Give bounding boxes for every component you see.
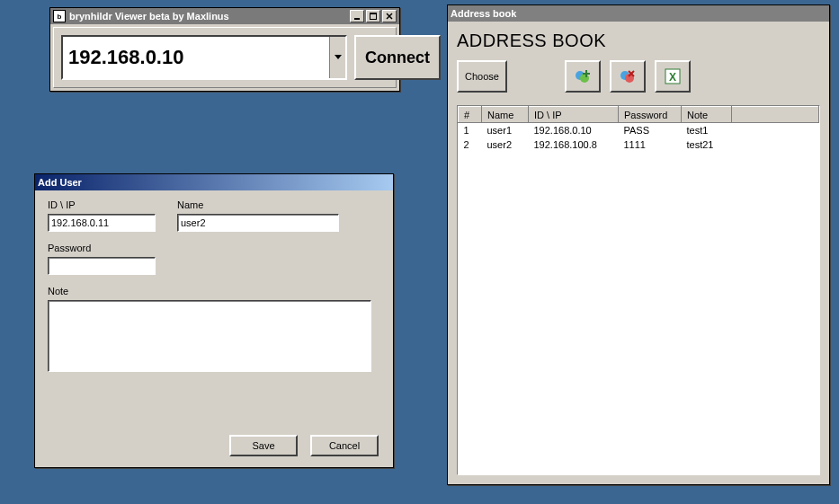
name-input[interactable] [177,214,339,232]
save-button[interactable]: Save [229,435,298,456]
password-label: Password [48,243,380,253]
cell-idip: 192.168.100.8 [529,137,619,152]
address-book-titlebar[interactable]: Address book [448,5,829,22]
viewer-titlebar[interactable]: b brynhildr Viewer beta by Maxlinus [50,8,399,24]
col-idip[interactable]: ID \ IP [529,107,619,123]
table-header-row: # Name ID \ IP Password Note [459,107,819,123]
svg-marker-5 [335,55,342,59]
cell-name: user2 [482,137,529,152]
viewer-window: b brynhildr Viewer beta by Maxlinus Conn… [49,7,400,92]
cell-note: test1 [682,123,732,137]
address-book-title: Address book [451,8,516,19]
name-label: Name [177,199,339,210]
note-input[interactable] [48,300,371,372]
choose-button[interactable]: Choose [457,60,507,93]
password-input[interactable] [48,257,156,275]
connect-button[interactable]: Connect [354,35,441,80]
svg-rect-15 [583,73,590,75]
cell-name: user1 [482,123,529,137]
cell-password: PASS [619,123,682,137]
svg-point-13 [580,74,589,83]
svg-rect-0 [354,18,360,20]
viewer-title: brynhildr Viewer beta by Maxlinus [69,11,229,22]
address-grid[interactable]: # Name ID \ IP Password Note 1user1192.1… [457,105,820,475]
close-button[interactable] [382,10,397,22]
idip-label: ID \ IP [48,199,156,210]
address-input[interactable] [63,37,329,78]
svg-rect-2 [370,13,377,14]
address-dropdown-button[interactable] [329,37,345,78]
close-icon [386,13,393,20]
add-user-window: Add User ID \ IP Name Password Note Save… [34,173,394,468]
address-combo[interactable] [61,35,347,80]
add-icon [574,67,592,85]
cancel-button[interactable]: Cancel [310,435,379,456]
export-excel-button[interactable]: X [655,60,691,93]
minimize-button[interactable] [350,10,364,22]
col-name[interactable]: Name [482,107,529,123]
address-book-window: Address book ADDRESS BOOK Choose [447,4,830,485]
table-row[interactable]: 1user1192.168.0.10PASStest1 [459,123,819,137]
cell-idip: 192.168.0.10 [529,123,619,137]
table-row[interactable]: 2user2192.168.100.81111test21 [459,137,819,152]
cell-num: 2 [459,137,482,152]
minimize-icon [353,13,361,20]
svg-text:X: X [669,71,676,84]
maximize-button[interactable] [366,10,380,22]
delete-icon [619,67,637,85]
col-password[interactable]: Password [619,107,682,123]
col-num[interactable]: # [459,107,482,123]
add-user-titlebar[interactable]: Add User [35,174,393,190]
cell-num: 1 [459,123,482,137]
delete-entry-button[interactable] [610,60,646,93]
col-note[interactable]: Note [682,107,732,123]
excel-icon: X [664,67,682,85]
cell-password: 1111 [619,137,682,152]
app-icon: b [53,10,66,22]
cell-note: test21 [682,137,732,152]
address-book-heading: ADDRESS BOOK [457,31,820,51]
col-filler [732,107,819,123]
add-user-title: Add User [38,177,82,188]
note-label: Note [48,286,380,296]
add-entry-button[interactable] [565,60,601,93]
maximize-icon [370,13,377,20]
chevron-down-icon [335,55,342,60]
idip-input[interactable] [48,214,156,232]
